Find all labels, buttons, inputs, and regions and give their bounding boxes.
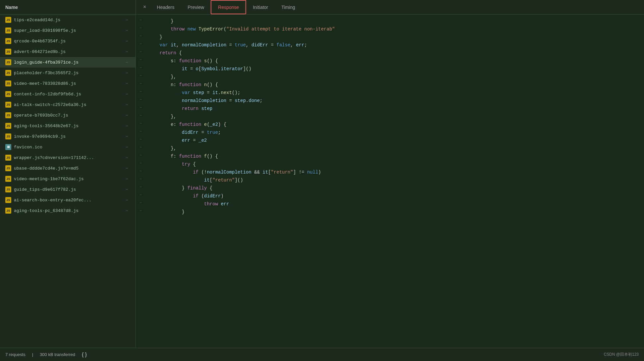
tab-initiator[interactable]: Initiator xyxy=(246,0,275,14)
size-dash: – xyxy=(124,155,130,160)
sidebar-item[interactable]: JStips-e2ceadd14d.js– xyxy=(0,15,135,25)
line-dash: – xyxy=(136,208,146,213)
line-dash: – xyxy=(136,121,146,126)
file-name: content-info-12dbf9fb6d.js xyxy=(14,92,121,97)
js-file-icon: JS xyxy=(5,123,11,129)
sidebar-item[interactable]: JSplaceholder-f3bc3565f2.js– xyxy=(0,68,135,78)
sidebar-item[interactable]: JSai-search-box-entry-ea20fec...– xyxy=(0,195,135,205)
file-name: ubase-dddde7cd4e.js?v=md5 xyxy=(14,166,121,171)
js-file-icon: JS xyxy=(5,59,11,65)
size-dash: – xyxy=(124,134,130,139)
file-name: guide_tips-d9e617f782.js xyxy=(14,187,121,192)
tab-headers[interactable]: Headers xyxy=(150,0,181,14)
line-content: var step = it.next(); xyxy=(146,89,644,96)
line-content: return { xyxy=(146,49,644,57)
line-content: }, xyxy=(146,113,644,120)
code-line: – it = o[Symbol.iterator]() xyxy=(136,65,644,73)
line-dash: – xyxy=(136,113,146,118)
size-dash: – xyxy=(124,39,130,44)
size-dash: – xyxy=(124,166,130,171)
code-line: – f: function f() { xyxy=(136,152,644,160)
file-name: tips-e2ceadd14d.js xyxy=(14,18,121,23)
size-dash: – xyxy=(124,177,130,181)
code-line: – }, xyxy=(136,73,644,81)
file-name: video-meeting-1be7f62dac.js xyxy=(14,177,121,181)
file-name: ai-search-box-entry-ea20fec... xyxy=(14,198,121,203)
code-line: – if (didErr) xyxy=(136,192,644,200)
tab-bar-left-spacer: Name xyxy=(0,0,136,14)
line-content: n: function n() { xyxy=(146,81,644,88)
code-line: – s: function s() { xyxy=(136,57,644,65)
tab-bar: Name × Headers Preview Response Initiato… xyxy=(0,0,644,15)
sidebar-item[interactable]: JSaging-tools-35648b2e67.js– xyxy=(0,121,135,131)
size-dash: – xyxy=(124,145,130,150)
network-sidebar: JStips-e2ceadd14d.js–JSsuper_load-830169… xyxy=(0,15,136,348)
sidebar-item[interactable]: JSqrcode-0e4b67354f.js– xyxy=(0,36,135,46)
size-dash: – xyxy=(124,18,130,23)
sidebar-item[interactable]: JSadvert-064271ed9b.js– xyxy=(0,46,135,57)
size-dash: – xyxy=(124,49,130,54)
tab-response[interactable]: Response xyxy=(211,0,246,14)
line-dash: – xyxy=(136,200,146,205)
js-file-icon: JS xyxy=(5,91,11,97)
size-dash: – xyxy=(124,187,130,192)
json-format-button[interactable]: { } xyxy=(82,352,87,358)
file-name: invoke-97e9694cb9.js xyxy=(14,134,121,139)
line-content: s: function s() { xyxy=(146,57,644,65)
sidebar-item[interactable]: JSguide_tips-d9e617f782.js– xyxy=(0,184,135,195)
line-content: } xyxy=(146,18,644,25)
js-file-icon: JS xyxy=(5,155,11,161)
code-line: – }, xyxy=(136,144,644,152)
code-panel[interactable]: – }– throw new TypeError("Invalid attemp… xyxy=(136,15,644,348)
tab-timing[interactable]: Timing xyxy=(275,0,302,14)
code-line: – throw err xyxy=(136,200,644,208)
size-dash: – xyxy=(124,113,130,118)
line-dash: – xyxy=(136,145,146,150)
sidebar-item[interactable]: JSvideo-meeting-1be7f62dac.js– xyxy=(0,174,135,184)
line-dash: – xyxy=(136,137,146,142)
line-dash: – xyxy=(136,129,146,134)
line-dash: – xyxy=(136,184,146,189)
sidebar-item[interactable]: JSinvoke-97e9694cb9.js– xyxy=(0,131,135,142)
code-line: – if (!normalCompletion && it["return"] … xyxy=(136,168,644,176)
sidebar-item[interactable]: JSoperate-b7693b0cc7.js– xyxy=(0,110,135,121)
line-content: if (didErr) xyxy=(146,192,644,200)
line-dash: – xyxy=(136,192,146,197)
code-line: – } xyxy=(136,17,644,25)
close-panel-button[interactable]: × xyxy=(139,2,150,13)
size-dash: – xyxy=(124,60,130,65)
line-content: didErr = true; xyxy=(146,129,644,136)
sidebar-item[interactable]: JSaging-tools-pc_63487d8.js– xyxy=(0,205,135,216)
line-dash: – xyxy=(136,65,146,70)
line-dash: – xyxy=(136,57,146,62)
sidebar-item[interactable]: JScontent-info-12dbf9fb6d.js– xyxy=(0,89,135,99)
main-content: JStips-e2ceadd14d.js–JSsuper_load-830169… xyxy=(0,15,644,348)
code-line: – return { xyxy=(136,49,644,57)
sidebar-item[interactable]: JSwrapper.js?cdnversion=171142...– xyxy=(0,152,135,163)
tab-preview[interactable]: Preview xyxy=(181,0,211,14)
code-line: – var it, normalCompletion = true, didEr… xyxy=(136,41,644,49)
line-content: f: function f() { xyxy=(146,153,644,160)
code-line: – } finally { xyxy=(136,184,644,192)
line-dash: – xyxy=(136,73,146,78)
sidebar-item[interactable]: JSvideo-meet-7833028d86.js– xyxy=(0,78,135,89)
code-line: – return step xyxy=(136,105,644,113)
line-content: } xyxy=(146,208,644,216)
sidebar-item[interactable]: JSlogin_guide-4fba3971ce.js– xyxy=(0,57,135,68)
js-file-icon: JS xyxy=(5,112,11,118)
line-dash: – xyxy=(136,153,146,158)
sidebar-item[interactable]: JSubase-dddde7cd4e.js?v=md5– xyxy=(0,163,135,174)
file-name: operate-b7693b0cc7.js xyxy=(14,113,121,118)
file-name: placeholder-f3bc3565f2.js xyxy=(14,71,121,76)
line-content: }, xyxy=(146,145,644,152)
js-file-icon: JS xyxy=(5,197,11,203)
sidebar-item[interactable]: 🖼favicon.ico– xyxy=(0,142,135,152)
size-dash: – xyxy=(124,208,130,213)
sidebar-item[interactable]: JSai-talk-switch-c2572e6a36.js– xyxy=(0,99,135,110)
line-content: } finally { xyxy=(146,184,644,192)
line-dash: – xyxy=(136,169,146,174)
code-line: – }, xyxy=(136,113,644,121)
file-name: wrapper.js?cdnversion=171142... xyxy=(14,155,121,160)
size-dash: – xyxy=(124,81,130,86)
sidebar-item[interactable]: JSsuper_load-8301698f5e.js– xyxy=(0,25,135,36)
